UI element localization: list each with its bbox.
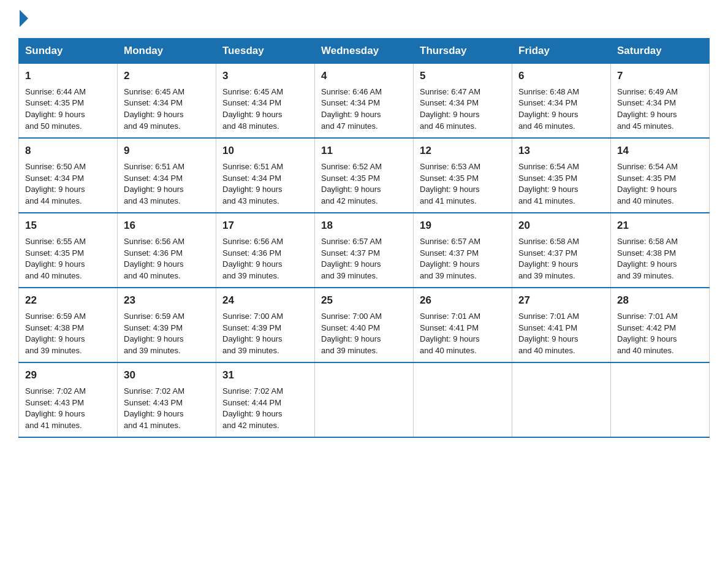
day-cell: 30Sunrise: 7:02 AMSunset: 4:43 PMDayligh… (118, 362, 216, 437)
page-header (18, 12, 710, 27)
header-cell-saturday: Saturday (611, 39, 710, 64)
day-number: 13 (518, 144, 604, 159)
day-info: Sunrise: 6:47 AMSunset: 4:34 PMDaylight:… (420, 87, 480, 131)
header-cell-sunday: Sunday (19, 39, 118, 64)
day-info: Sunrise: 6:51 AMSunset: 4:34 PMDaylight:… (124, 162, 184, 206)
day-number: 15 (25, 218, 111, 234)
day-number: 17 (222, 218, 308, 234)
day-cell: 5Sunrise: 6:47 AMSunset: 4:34 PMDaylight… (414, 64, 512, 139)
day-cell: 20Sunrise: 6:58 AMSunset: 4:37 PMDayligh… (512, 213, 611, 288)
day-number: 25 (321, 293, 407, 308)
day-info: Sunrise: 6:58 AMSunset: 4:38 PMDaylight:… (617, 237, 678, 281)
day-number: 8 (25, 144, 111, 159)
day-info: Sunrise: 6:53 AMSunset: 4:35 PMDaylight:… (420, 162, 480, 206)
day-cell: 19Sunrise: 6:57 AMSunset: 4:37 PMDayligh… (414, 213, 512, 288)
day-info: Sunrise: 7:02 AMSunset: 4:44 PMDaylight:… (222, 386, 283, 431)
header-cell-thursday: Thursday (414, 39, 512, 64)
day-cell: 4Sunrise: 6:46 AMSunset: 4:34 PMDaylight… (315, 64, 414, 139)
day-number: 3 (222, 69, 308, 84)
day-info: Sunrise: 6:46 AMSunset: 4:34 PMDaylight:… (321, 87, 382, 131)
day-cell (414, 362, 512, 437)
day-number: 4 (321, 69, 407, 84)
day-cell: 15Sunrise: 6:55 AMSunset: 4:35 PMDayligh… (19, 213, 118, 288)
day-cell: 6Sunrise: 6:48 AMSunset: 4:34 PMDaylight… (512, 64, 611, 139)
day-number: 7 (617, 69, 703, 84)
day-cell: 23Sunrise: 6:59 AMSunset: 4:39 PMDayligh… (118, 288, 216, 362)
day-number: 31 (222, 368, 308, 383)
day-info: Sunrise: 6:57 AMSunset: 4:37 PMDaylight:… (420, 237, 480, 281)
day-info: Sunrise: 7:00 AMSunset: 4:40 PMDaylight:… (321, 312, 382, 356)
day-info: Sunrise: 6:50 AMSunset: 4:34 PMDaylight:… (25, 162, 86, 206)
day-number: 24 (222, 293, 308, 308)
day-info: Sunrise: 6:56 AMSunset: 4:36 PMDaylight:… (222, 237, 283, 281)
day-info: Sunrise: 6:58 AMSunset: 4:37 PMDaylight:… (518, 237, 579, 281)
day-number: 11 (321, 144, 407, 159)
header-cell-monday: Monday (118, 39, 216, 64)
day-info: Sunrise: 6:59 AMSunset: 4:38 PMDaylight:… (25, 312, 86, 356)
day-cell: 17Sunrise: 6:56 AMSunset: 4:36 PMDayligh… (216, 213, 315, 288)
day-info: Sunrise: 6:48 AMSunset: 4:34 PMDaylight:… (518, 87, 579, 131)
day-number: 29 (25, 368, 111, 383)
day-info: Sunrise: 7:01 AMSunset: 4:41 PMDaylight:… (420, 312, 480, 356)
day-info: Sunrise: 7:02 AMSunset: 4:43 PMDaylight:… (25, 386, 86, 431)
day-number: 26 (420, 293, 506, 308)
day-info: Sunrise: 6:54 AMSunset: 4:35 PMDaylight:… (518, 162, 579, 206)
week-row-5: 29Sunrise: 7:02 AMSunset: 4:43 PMDayligh… (19, 362, 710, 437)
day-info: Sunrise: 6:55 AMSunset: 4:35 PMDaylight:… (25, 237, 86, 281)
day-number: 1 (25, 69, 111, 84)
day-number: 14 (617, 144, 703, 159)
day-number: 21 (617, 218, 703, 234)
day-info: Sunrise: 7:01 AMSunset: 4:42 PMDaylight:… (617, 312, 678, 356)
day-cell: 16Sunrise: 6:56 AMSunset: 4:36 PMDayligh… (118, 213, 216, 288)
day-number: 9 (124, 144, 210, 159)
header-cell-tuesday: Tuesday (216, 39, 315, 64)
day-number: 2 (124, 69, 210, 84)
day-cell: 9Sunrise: 6:51 AMSunset: 4:34 PMDaylight… (118, 138, 216, 213)
day-cell: 31Sunrise: 7:02 AMSunset: 4:44 PMDayligh… (216, 362, 315, 437)
header-cell-friday: Friday (512, 39, 611, 64)
day-cell (611, 362, 710, 437)
day-number: 20 (518, 218, 604, 234)
day-cell: 1Sunrise: 6:44 AMSunset: 4:35 PMDaylight… (19, 64, 118, 139)
day-cell (315, 362, 414, 437)
day-info: Sunrise: 6:56 AMSunset: 4:36 PMDaylight:… (124, 237, 184, 281)
week-row-4: 22Sunrise: 6:59 AMSunset: 4:38 PMDayligh… (19, 288, 710, 362)
day-number: 18 (321, 218, 407, 234)
day-info: Sunrise: 6:51 AMSunset: 4:34 PMDaylight:… (222, 162, 283, 206)
day-number: 12 (420, 144, 506, 159)
day-cell: 27Sunrise: 7:01 AMSunset: 4:41 PMDayligh… (512, 288, 611, 362)
day-cell: 21Sunrise: 6:58 AMSunset: 4:38 PMDayligh… (611, 213, 710, 288)
day-info: Sunrise: 6:49 AMSunset: 4:34 PMDaylight:… (617, 87, 678, 131)
day-number: 5 (420, 69, 506, 84)
day-cell: 29Sunrise: 7:02 AMSunset: 4:43 PMDayligh… (19, 362, 118, 437)
day-cell: 8Sunrise: 6:50 AMSunset: 4:34 PMDaylight… (19, 138, 118, 213)
day-cell: 7Sunrise: 6:49 AMSunset: 4:34 PMDaylight… (611, 64, 710, 139)
week-row-3: 15Sunrise: 6:55 AMSunset: 4:35 PMDayligh… (19, 213, 710, 288)
day-cell: 28Sunrise: 7:01 AMSunset: 4:42 PMDayligh… (611, 288, 710, 362)
header-row: SundayMondayTuesdayWednesdayThursdayFrid… (19, 39, 710, 64)
logo (18, 12, 28, 27)
day-info: Sunrise: 7:00 AMSunset: 4:39 PMDaylight:… (222, 312, 283, 356)
day-info: Sunrise: 6:57 AMSunset: 4:37 PMDaylight:… (321, 237, 382, 281)
day-cell (512, 362, 611, 437)
day-number: 28 (617, 293, 703, 308)
day-cell: 22Sunrise: 6:59 AMSunset: 4:38 PMDayligh… (19, 288, 118, 362)
day-info: Sunrise: 6:52 AMSunset: 4:35 PMDaylight:… (321, 162, 382, 206)
day-number: 22 (25, 293, 111, 308)
day-info: Sunrise: 7:02 AMSunset: 4:43 PMDaylight:… (124, 386, 184, 431)
day-info: Sunrise: 6:59 AMSunset: 4:39 PMDaylight:… (124, 312, 184, 356)
calendar-table: SundayMondayTuesdayWednesdayThursdayFrid… (18, 38, 710, 438)
day-cell: 3Sunrise: 6:45 AMSunset: 4:34 PMDaylight… (216, 64, 315, 139)
day-cell: 11Sunrise: 6:52 AMSunset: 4:35 PMDayligh… (315, 138, 414, 213)
day-info: Sunrise: 6:54 AMSunset: 4:35 PMDaylight:… (617, 162, 678, 206)
day-cell: 2Sunrise: 6:45 AMSunset: 4:34 PMDaylight… (118, 64, 216, 139)
day-cell: 10Sunrise: 6:51 AMSunset: 4:34 PMDayligh… (216, 138, 315, 213)
header-cell-wednesday: Wednesday (315, 39, 414, 64)
day-info: Sunrise: 7:01 AMSunset: 4:41 PMDaylight:… (518, 312, 579, 356)
week-row-1: 1Sunrise: 6:44 AMSunset: 4:35 PMDaylight… (19, 64, 710, 139)
day-cell: 13Sunrise: 6:54 AMSunset: 4:35 PMDayligh… (512, 138, 611, 213)
logo-arrow-icon (20, 10, 28, 27)
day-info: Sunrise: 6:45 AMSunset: 4:34 PMDaylight:… (222, 87, 283, 131)
day-number: 10 (222, 144, 308, 159)
day-info: Sunrise: 6:45 AMSunset: 4:34 PMDaylight:… (124, 87, 184, 131)
